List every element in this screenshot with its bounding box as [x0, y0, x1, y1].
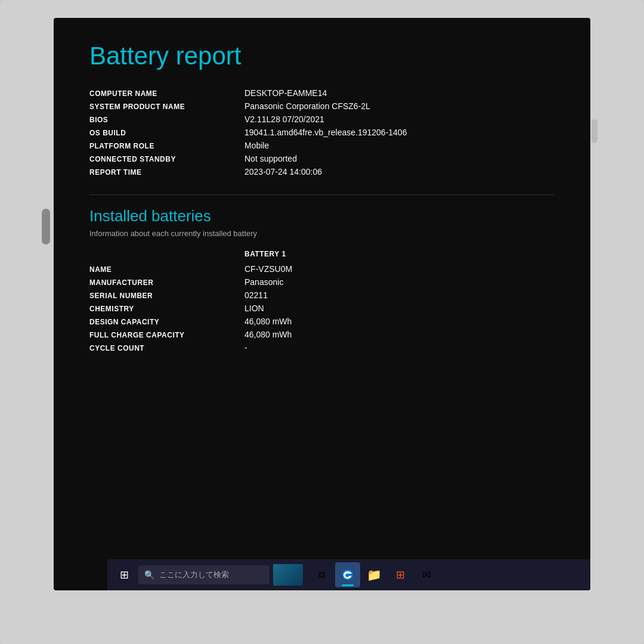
- store-icon: ⊞: [396, 568, 405, 581]
- battery-value: 46,080 mWh: [244, 317, 292, 326]
- info-value: 19041.1.amd64fre.vb_release.191206-1406: [244, 128, 407, 137]
- taskbar-thumbnail: [273, 564, 303, 586]
- info-label: COMPUTER NAME: [89, 89, 244, 98]
- system-info-row: COMPUTER NAME DESKTOP-EAMME14: [89, 88, 555, 98]
- mail-app[interactable]: ✉: [414, 562, 439, 587]
- battery-label: CYCLE COUNT: [89, 344, 244, 352]
- system-info-row: REPORT TIME 2023-07-24 14:00:06: [89, 167, 555, 177]
- task-view-button[interactable]: ⧉: [309, 562, 334, 587]
- taskbar: ⊞ 🔍 ここに入力して検索 ⧉: [107, 559, 590, 590]
- screen-content: Battery report COMPUTER NAME DESKTOP-EAM…: [54, 18, 590, 559]
- battery-info-row: NAME CF-VZSU0M: [89, 264, 555, 274]
- installed-batteries-section: Installed batteries Information about ea…: [89, 207, 555, 352]
- info-label: REPORT TIME: [89, 168, 244, 177]
- right-edge-decoration: [592, 119, 597, 143]
- battery-label: CHEMISTRY: [89, 305, 244, 313]
- taskbar-search-bar[interactable]: 🔍 ここに入力して検索: [138, 565, 270, 584]
- battery-info-row: MANUFACTURER Panasonic: [89, 277, 555, 287]
- system-info-row: PLATFORM ROLE Mobile: [89, 141, 555, 150]
- battery-label: DESIGN CAPACITY: [89, 318, 244, 326]
- batteries-section-title: Installed batteries: [89, 207, 555, 225]
- batteries-section-subtitle: Information about each currently install…: [89, 229, 555, 238]
- section-divider: [89, 194, 555, 195]
- info-value: DESKTOP-EAMME14: [244, 88, 327, 98]
- battery-label: NAME: [89, 265, 244, 274]
- battery-rows: NAME CF-VZSU0M MANUFACTURER Panasonic SE…: [89, 264, 555, 352]
- battery-info-row: CYCLE COUNT -: [89, 343, 555, 352]
- system-info-row: SYSTEM PRODUCT NAME Panasonic Corporatio…: [89, 101, 555, 111]
- battery-value: 46,080 mWh: [244, 330, 292, 339]
- battery-info-row: SERIAL NUMBER 02211: [89, 290, 555, 300]
- battery-label: SERIAL NUMBER: [89, 292, 244, 300]
- info-label: CONNECTED STANDBY: [89, 155, 244, 163]
- system-info-row: OS BUILD 19041.1.amd64fre.vb_release.191…: [89, 128, 555, 137]
- start-button[interactable]: ⊞: [112, 563, 136, 587]
- file-explorer-app[interactable]: 📁: [361, 562, 386, 587]
- info-label: PLATFORM ROLE: [89, 142, 244, 150]
- search-icon: 🔍: [144, 570, 154, 580]
- battery-value: 02211: [244, 290, 268, 300]
- windows-icon: ⊞: [120, 568, 129, 581]
- taskbar-app-group: ⧉ 📁 ⊞ ✉: [309, 562, 439, 587]
- info-value: Not supported: [244, 154, 297, 163]
- info-value: Panasonic Corporation CFSZ6-2L: [244, 101, 370, 111]
- info-value: 2023-07-24 14:00:06: [244, 167, 322, 177]
- system-info-rows: COMPUTER NAME DESKTOP-EAMME14 SYSTEM PRO…: [89, 88, 555, 177]
- info-label: SYSTEM PRODUCT NAME: [89, 103, 244, 111]
- battery-label: MANUFACTURER: [89, 278, 244, 287]
- battery-value: Panasonic: [244, 277, 283, 287]
- battery-info-row: FULL CHARGE CAPACITY 46,080 mWh: [89, 330, 555, 339]
- laptop-frame: Battery report COMPUTER NAME DESKTOP-EAM…: [0, 0, 644, 644]
- thumbnail-preview: [273, 564, 303, 586]
- screen-area: Battery report COMPUTER NAME DESKTOP-EAM…: [54, 18, 590, 590]
- edge-icon: [341, 568, 354, 581]
- battery-value: LION: [244, 304, 264, 313]
- battery-info-row: DESIGN CAPACITY 46,080 mWh: [89, 317, 555, 326]
- battery-info-row: CHEMISTRY LION: [89, 304, 555, 313]
- page-title: Battery report: [89, 42, 555, 70]
- info-label: BIOS: [89, 116, 244, 124]
- battery-header: BATTERY 1: [244, 250, 555, 258]
- search-placeholder: ここに入力して検索: [159, 569, 229, 580]
- task-view-icon: ⧉: [318, 569, 325, 580]
- folder-icon: 📁: [367, 568, 382, 582]
- battery-label: FULL CHARGE CAPACITY: [89, 331, 244, 339]
- edge-browser-app[interactable]: [335, 562, 360, 587]
- system-info-row: BIOS V2.11L28 07/20/2021: [89, 114, 555, 124]
- system-info-row: CONNECTED STANDBY Not supported: [89, 154, 555, 163]
- battery-value: CF-VZSU0M: [244, 264, 292, 274]
- mail-icon: ✉: [422, 568, 431, 581]
- scrollbar[interactable]: [42, 209, 50, 244]
- store-app[interactable]: ⊞: [388, 562, 413, 587]
- info-value: Mobile: [244, 141, 269, 150]
- info-value: V2.11L28 07/20/2021: [244, 114, 324, 124]
- system-info-section: COMPUTER NAME DESKTOP-EAMME14 SYSTEM PRO…: [89, 88, 555, 177]
- battery-value: -: [244, 343, 247, 352]
- info-label: OS BUILD: [89, 129, 244, 137]
